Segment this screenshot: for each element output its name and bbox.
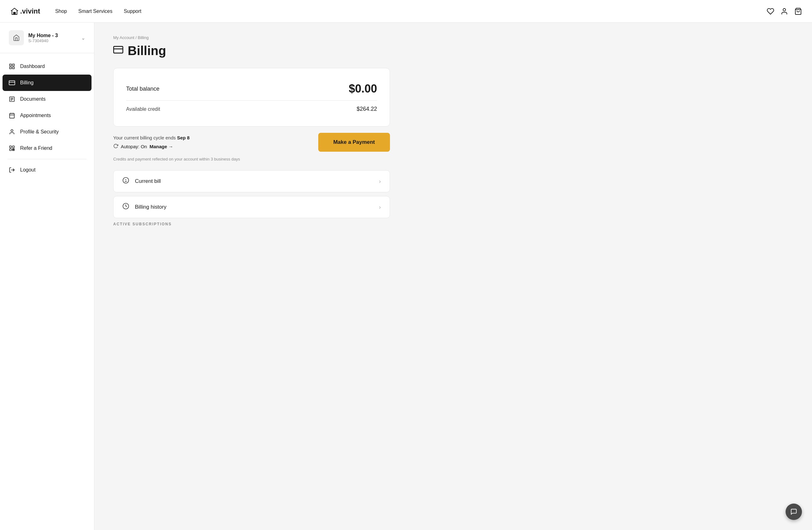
- favorites-icon[interactable]: [767, 8, 774, 15]
- svg-rect-19: [13, 146, 14, 148]
- billing-history-icon: [122, 203, 129, 211]
- nav-smart-services[interactable]: Smart Services: [78, 9, 112, 14]
- svg-rect-7: [9, 81, 15, 85]
- sidebar-divider: [8, 159, 86, 159]
- sidebar-item-logout[interactable]: Logout: [0, 162, 94, 178]
- svg-rect-24: [114, 46, 122, 53]
- logout-icon: [9, 167, 15, 173]
- svg-rect-4: [13, 64, 14, 66]
- billing-icon: [9, 80, 15, 86]
- nav-support[interactable]: Support: [124, 9, 141, 14]
- manage-link[interactable]: Manage →: [149, 144, 173, 149]
- current-bill-item[interactable]: Current bill ›: [113, 170, 390, 192]
- logo[interactable]: .vivint: [10, 7, 40, 16]
- current-bill-chevron-icon: ›: [379, 178, 381, 185]
- sidebar-item-documents[interactable]: Documents: [0, 91, 94, 107]
- nav-links: Shop Smart Services Support: [55, 9, 767, 14]
- home-id: S-7304940: [28, 38, 77, 43]
- svg-rect-18: [10, 146, 12, 148]
- sidebar-label-refer-friend: Refer a Friend: [20, 145, 52, 151]
- svg-rect-5: [10, 67, 12, 69]
- main-layout: My Home - 3 S-7304940 ⌄ Dashboard: [0, 23, 812, 530]
- home-info: My Home - 3 S-7304940: [28, 33, 77, 43]
- sidebar-nav: Dashboard Billing: [0, 53, 94, 530]
- svg-rect-20: [10, 149, 12, 151]
- sidebar: My Home - 3 S-7304940 ⌄ Dashboard: [0, 23, 95, 530]
- balance-divider: [126, 100, 377, 101]
- sidebar-item-appointments[interactable]: Appointments: [0, 107, 94, 124]
- svg-point-17: [11, 130, 13, 132]
- sidebar-item-profile-security[interactable]: Profile & Security: [0, 124, 94, 140]
- billing-history-item[interactable]: Billing history ›: [113, 196, 390, 218]
- billing-page-icon: [113, 45, 123, 57]
- svg-rect-0: [13, 12, 16, 14]
- sidebar-item-refer-friend[interactable]: Refer a Friend: [0, 140, 94, 156]
- billing-list-section: Current bill › Billing history ›: [113, 170, 390, 218]
- home-icon-box: [9, 30, 24, 45]
- make-payment-button[interactable]: Make a Payment: [318, 133, 390, 152]
- page-header: Billing: [113, 44, 793, 58]
- nav-shop[interactable]: Shop: [55, 9, 67, 14]
- svg-rect-13: [10, 113, 14, 118]
- svg-rect-3: [10, 64, 12, 66]
- autopay-icon: [113, 143, 118, 150]
- sidebar-label-dashboard: Dashboard: [20, 64, 45, 69]
- credit-label: Available credit: [126, 107, 160, 112]
- appointments-icon: [9, 112, 15, 118]
- sidebar-label-profile-security: Profile & Security: [20, 129, 59, 135]
- balance-card: Total balance $0.00 Available credit $26…: [113, 68, 390, 126]
- autopay-label: Autopay: On: [121, 144, 147, 149]
- sidebar-item-billing[interactable]: Billing: [2, 74, 91, 91]
- home-name: My Home - 3: [28, 33, 77, 38]
- home-selector[interactable]: My Home - 3 S-7304940 ⌄: [0, 23, 94, 53]
- cart-icon[interactable]: [794, 8, 802, 15]
- billing-cycle-text: Your current billing cycle ends Sep 8: [113, 135, 190, 140]
- profile-security-icon: [9, 129, 15, 135]
- balance-amount: $0.00: [349, 82, 377, 95]
- billing-action-row: Your current billing cycle ends Sep 8 Au…: [113, 133, 390, 152]
- main-content: My Account / Billing Billing Total balan…: [95, 23, 812, 530]
- sidebar-label-billing: Billing: [20, 80, 34, 86]
- sidebar-label-appointments: Appointments: [20, 113, 51, 118]
- credit-row: Available credit $264.22: [126, 102, 377, 116]
- home-chevron-icon: ⌄: [81, 35, 85, 41]
- billing-info: Your current billing cycle ends Sep 8 Au…: [113, 135, 190, 150]
- svg-point-1: [783, 9, 786, 11]
- notice-text: Credits and payment reflected on your ac…: [113, 157, 390, 162]
- balance-label: Total balance: [126, 86, 159, 92]
- billing-history-label: Billing history: [135, 204, 379, 210]
- credit-amount: $264.22: [357, 106, 377, 112]
- dashboard-icon: [9, 63, 15, 70]
- billing-cycle-date: Sep 8: [177, 135, 190, 140]
- page-title: Billing: [128, 44, 166, 58]
- autopay-row: Autopay: On Manage →: [113, 143, 190, 150]
- refer-friend-icon: [9, 145, 15, 151]
- sidebar-label-logout: Logout: [20, 167, 35, 173]
- svg-rect-6: [13, 67, 14, 69]
- documents-icon: [9, 96, 15, 102]
- chat-button[interactable]: [786, 504, 802, 520]
- current-bill-icon: [122, 177, 129, 186]
- active-subscriptions-label: ACTIVE SUBSCRIPTIONS: [113, 222, 390, 226]
- sidebar-item-dashboard[interactable]: Dashboard: [0, 58, 94, 74]
- nav-icons: [767, 8, 802, 15]
- breadcrumb: My Account / Billing: [113, 35, 793, 40]
- total-balance-row: Total balance $0.00: [126, 78, 377, 99]
- top-nav: .vivint Shop Smart Services Support: [0, 0, 812, 23]
- current-bill-label: Current bill: [135, 178, 379, 184]
- account-icon[interactable]: [781, 8, 788, 15]
- sidebar-label-documents: Documents: [20, 96, 46, 102]
- billing-history-chevron-icon: ›: [379, 204, 381, 211]
